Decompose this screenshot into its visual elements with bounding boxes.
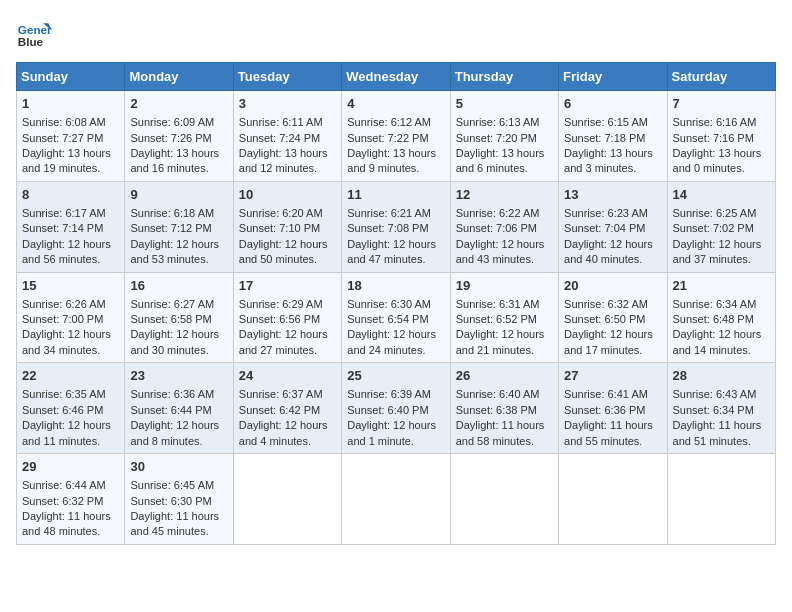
sunset-text: Sunset: 7:14 PM [22,222,103,234]
sunset-text: Sunset: 6:34 PM [673,404,754,416]
daylight-text: Daylight: 12 hours and 27 minutes. [239,328,328,355]
calendar-cell: 27Sunrise: 6:41 AMSunset: 6:36 PMDayligh… [559,363,667,454]
sunset-text: Sunset: 7:27 PM [22,132,103,144]
sunset-text: Sunset: 6:32 PM [22,495,103,507]
day-number: 9 [130,186,227,204]
sunrise-text: Sunrise: 6:16 AM [673,116,757,128]
daylight-text: Daylight: 12 hours and 53 minutes. [130,238,219,265]
column-header-tuesday: Tuesday [233,63,341,91]
daylight-text: Daylight: 13 hours and 9 minutes. [347,147,436,174]
sunrise-text: Sunrise: 6:18 AM [130,207,214,219]
sunrise-text: Sunrise: 6:41 AM [564,388,648,400]
day-number: 27 [564,367,661,385]
daylight-text: Daylight: 11 hours and 45 minutes. [130,510,219,537]
daylight-text: Daylight: 12 hours and 4 minutes. [239,419,328,446]
sunset-text: Sunset: 7:06 PM [456,222,537,234]
calendar-cell [667,454,775,545]
day-number: 16 [130,277,227,295]
sunset-text: Sunset: 6:46 PM [22,404,103,416]
day-number: 4 [347,95,444,113]
daylight-text: Daylight: 12 hours and 34 minutes. [22,328,111,355]
daylight-text: Daylight: 12 hours and 1 minute. [347,419,436,446]
sunset-text: Sunset: 7:00 PM [22,313,103,325]
calendar-cell: 22Sunrise: 6:35 AMSunset: 6:46 PMDayligh… [17,363,125,454]
sunrise-text: Sunrise: 6:22 AM [456,207,540,219]
sunset-text: Sunset: 7:24 PM [239,132,320,144]
calendar-cell: 2Sunrise: 6:09 AMSunset: 7:26 PMDaylight… [125,91,233,182]
sunrise-text: Sunrise: 6:26 AM [22,298,106,310]
svg-text:Blue: Blue [18,35,44,48]
sunset-text: Sunset: 6:50 PM [564,313,645,325]
sunset-text: Sunset: 6:48 PM [673,313,754,325]
sunrise-text: Sunrise: 6:37 AM [239,388,323,400]
calendar-cell: 17Sunrise: 6:29 AMSunset: 6:56 PMDayligh… [233,272,341,363]
calendar-cell: 12Sunrise: 6:22 AMSunset: 7:06 PMDayligh… [450,181,558,272]
sunset-text: Sunset: 6:30 PM [130,495,211,507]
calendar-cell [450,454,558,545]
sunset-text: Sunset: 6:52 PM [456,313,537,325]
calendar-cell: 25Sunrise: 6:39 AMSunset: 6:40 PMDayligh… [342,363,450,454]
daylight-text: Daylight: 12 hours and 40 minutes. [564,238,653,265]
day-number: 22 [22,367,119,385]
day-number: 18 [347,277,444,295]
sunrise-text: Sunrise: 6:13 AM [456,116,540,128]
sunrise-text: Sunrise: 6:29 AM [239,298,323,310]
day-number: 24 [239,367,336,385]
day-number: 23 [130,367,227,385]
sunset-text: Sunset: 6:56 PM [239,313,320,325]
calendar-cell: 1Sunrise: 6:08 AMSunset: 7:27 PMDaylight… [17,91,125,182]
calendar-cell: 24Sunrise: 6:37 AMSunset: 6:42 PMDayligh… [233,363,341,454]
daylight-text: Daylight: 13 hours and 19 minutes. [22,147,111,174]
sunrise-text: Sunrise: 6:08 AM [22,116,106,128]
sunset-text: Sunset: 6:38 PM [456,404,537,416]
calendar-cell: 19Sunrise: 6:31 AMSunset: 6:52 PMDayligh… [450,272,558,363]
calendar-cell: 6Sunrise: 6:15 AMSunset: 7:18 PMDaylight… [559,91,667,182]
daylight-text: Daylight: 12 hours and 37 minutes. [673,238,762,265]
daylight-text: Daylight: 11 hours and 48 minutes. [22,510,111,537]
column-header-wednesday: Wednesday [342,63,450,91]
day-number: 5 [456,95,553,113]
sunset-text: Sunset: 6:36 PM [564,404,645,416]
sunset-text: Sunset: 7:26 PM [130,132,211,144]
daylight-text: Daylight: 12 hours and 30 minutes. [130,328,219,355]
sunset-text: Sunset: 7:16 PM [673,132,754,144]
calendar-cell: 29Sunrise: 6:44 AMSunset: 6:32 PMDayligh… [17,454,125,545]
sunset-text: Sunset: 7:18 PM [564,132,645,144]
calendar-cell: 10Sunrise: 6:20 AMSunset: 7:10 PMDayligh… [233,181,341,272]
calendar-cell: 9Sunrise: 6:18 AMSunset: 7:12 PMDaylight… [125,181,233,272]
sunrise-text: Sunrise: 6:34 AM [673,298,757,310]
day-number: 2 [130,95,227,113]
sunset-text: Sunset: 6:58 PM [130,313,211,325]
calendar-cell: 3Sunrise: 6:11 AMSunset: 7:24 PMDaylight… [233,91,341,182]
sunrise-text: Sunrise: 6:17 AM [22,207,106,219]
sunset-text: Sunset: 6:44 PM [130,404,211,416]
day-number: 10 [239,186,336,204]
sunrise-text: Sunrise: 6:45 AM [130,479,214,491]
daylight-text: Daylight: 13 hours and 3 minutes. [564,147,653,174]
daylight-text: Daylight: 12 hours and 17 minutes. [564,328,653,355]
calendar-cell: 7Sunrise: 6:16 AMSunset: 7:16 PMDaylight… [667,91,775,182]
daylight-text: Daylight: 12 hours and 8 minutes. [130,419,219,446]
sunrise-text: Sunrise: 6:30 AM [347,298,431,310]
column-header-sunday: Sunday [17,63,125,91]
calendar-cell: 23Sunrise: 6:36 AMSunset: 6:44 PMDayligh… [125,363,233,454]
calendar-cell: 4Sunrise: 6:12 AMSunset: 7:22 PMDaylight… [342,91,450,182]
calendar-cell: 20Sunrise: 6:32 AMSunset: 6:50 PMDayligh… [559,272,667,363]
calendar-cell: 28Sunrise: 6:43 AMSunset: 6:34 PMDayligh… [667,363,775,454]
calendar-cell: 13Sunrise: 6:23 AMSunset: 7:04 PMDayligh… [559,181,667,272]
day-number: 15 [22,277,119,295]
day-number: 14 [673,186,770,204]
sunrise-text: Sunrise: 6:35 AM [22,388,106,400]
day-number: 26 [456,367,553,385]
sunrise-text: Sunrise: 6:40 AM [456,388,540,400]
day-number: 3 [239,95,336,113]
day-number: 6 [564,95,661,113]
sunrise-text: Sunrise: 6:36 AM [130,388,214,400]
day-number: 7 [673,95,770,113]
calendar-cell [559,454,667,545]
sunset-text: Sunset: 6:42 PM [239,404,320,416]
day-number: 29 [22,458,119,476]
day-number: 19 [456,277,553,295]
calendar-cell [342,454,450,545]
sunset-text: Sunset: 7:20 PM [456,132,537,144]
